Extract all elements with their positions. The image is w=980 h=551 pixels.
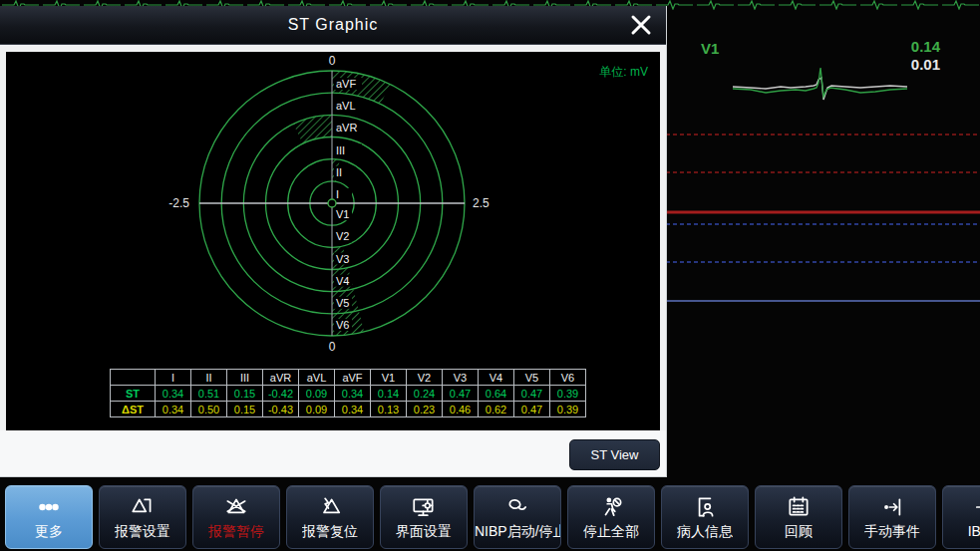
dialog-titlebar: ST Graphic (0, 6, 666, 45)
table-cell: 0.15 (227, 402, 263, 417)
table-cell: 0.47 (514, 402, 550, 417)
close-button[interactable] (624, 11, 658, 39)
toolbar-button-more[interactable]: 更多 (5, 485, 93, 549)
alarm-pause-icon (223, 491, 249, 523)
monitor-screen: V1 0.14 0.01 ST Graphic 单位: mV IIIIIIaVR… (0, 0, 980, 551)
table-cell: 0.34 (335, 386, 371, 402)
table-cell: 0.09 (299, 386, 335, 402)
table-header-cell: V4 (479, 370, 514, 386)
table-cell: 0.34 (156, 386, 191, 402)
st-polar-chart-panel: 单位: mV IIIIIIaVRaVLaVFV1V2V3V4V5V600-2.5… (6, 52, 660, 430)
toolbar-button-label: 报警设置 (115, 523, 170, 541)
table-cell: 0.47 (443, 386, 479, 402)
svg-text:-2.5: -2.5 (168, 196, 189, 210)
table-header-cell: III (227, 370, 263, 386)
dialog-footer: ST View (0, 430, 666, 476)
toolbar-button-label: NIBP启动/停止 (475, 523, 560, 541)
toolbar-button-label: 报警暂停 (208, 523, 264, 541)
toolbar-button-label: 界面设置 (396, 523, 452, 541)
table-header-cell: aVL (299, 370, 335, 386)
toolbar-button-patient-info[interactable]: 病人信息 (661, 485, 749, 549)
svg-text:V2: V2 (336, 230, 349, 242)
table-cell: 0.34 (156, 402, 191, 417)
table-cell: 0.47 (514, 386, 550, 402)
alarm-reset-icon (317, 491, 343, 523)
toolbar-button-review[interactable]: 回顾 (755, 485, 842, 549)
svg-text:II: II (336, 166, 342, 178)
row-label: ΔST (111, 402, 156, 417)
table-cell: 0.39 (550, 402, 586, 417)
table-cell: 0.15 (227, 386, 263, 402)
manual-event-icon (879, 491, 905, 523)
toolbar-button-label: 回顾 (785, 523, 813, 541)
table-cell: 0.64 (479, 386, 514, 402)
toolbar-button-nibp-start-stop[interactable]: NIBP启动/停止 (474, 485, 561, 549)
row-label: ST (111, 386, 156, 402)
toolbar-button-stop-all[interactable]: 停止全部 (567, 485, 655, 549)
review-icon (786, 491, 812, 523)
table-header-cell: aVR (263, 370, 299, 386)
toolbar-button-label: 报警复位 (302, 523, 358, 541)
table-header-row: IIIIIIaVRaVLaVFV1V2V3V4V5V6 (111, 370, 586, 386)
toolbar-button-ibp-zero[interactable]: IBP校 (942, 485, 980, 549)
table-cell: 0.39 (550, 386, 586, 402)
patient-info-icon (692, 491, 718, 523)
svg-text:III: III (336, 144, 345, 156)
svg-text:I: I (336, 188, 339, 200)
table-header-cell: V6 (550, 370, 586, 386)
display-settings-icon (411, 491, 437, 523)
svg-text:V4: V4 (336, 275, 349, 287)
table-cell: 0.46 (443, 402, 479, 417)
close-icon (630, 14, 652, 36)
svg-text:V1: V1 (336, 208, 349, 220)
toolbar-button-label: IBP校 (968, 523, 980, 541)
st-view-button[interactable]: ST View (569, 439, 660, 470)
toolbar-button-manual-event[interactable]: 手动事件 (848, 485, 936, 549)
dialog-title: ST Graphic (288, 16, 379, 34)
svg-text:V5: V5 (336, 297, 349, 309)
table-header-cell (111, 370, 156, 386)
table-cell: 0.23 (407, 402, 443, 417)
table-header-cell: V5 (514, 370, 550, 386)
svg-text:0: 0 (329, 54, 336, 68)
table-header-cell: V2 (407, 370, 443, 386)
lead-label-v1: V1 (701, 40, 719, 57)
stop-all-icon (598, 491, 624, 523)
svg-text:0: 0 (329, 340, 336, 354)
toolbar-button-alarm-reset[interactable]: 报警复位 (286, 485, 374, 549)
table-cell: 0.51 (191, 386, 227, 402)
toolbar-button-label: 停止全部 (583, 523, 639, 541)
st-value-reference: 0.01 (911, 56, 940, 73)
toolbar-button-screen-setup[interactable]: 界面设置 (380, 485, 468, 549)
table-header-cell: II (191, 370, 227, 386)
background-monitor-panel: V1 0.14 0.01 (666, 0, 980, 551)
toolbar-button-label: 更多 (35, 523, 63, 541)
svg-text:2.5: 2.5 (473, 196, 490, 210)
toolbar-button-label: 病人信息 (677, 523, 733, 541)
more-icon (36, 491, 62, 523)
toolbar-button-alarm-pause[interactable]: 报警暂停 (192, 485, 280, 549)
ibp-zero-icon (973, 491, 980, 523)
table-cell: -0.43 (263, 402, 299, 417)
table-cell: 0.34 (335, 402, 371, 417)
table-row: ΔST0.340.500.15-0.430.090.340.130.230.46… (111, 402, 586, 417)
svg-text:aVF: aVF (336, 78, 356, 90)
bottom-toolbar: 更多报警设置报警暂停报警复位界面设置NIBP启动/停止停止全部病人信息回顾手动事… (0, 485, 980, 549)
table-cell: 0.50 (191, 402, 227, 417)
svg-text:V6: V6 (336, 319, 349, 331)
table-header-cell: aVF (335, 370, 371, 386)
toolbar-button-alarm-setup[interactable]: 报警设置 (99, 485, 186, 549)
toolbar-button-label: 手动事件 (864, 523, 920, 541)
table-cell: 0.62 (479, 402, 514, 417)
nibp-icon (504, 491, 530, 523)
st-graphic-dialog: ST Graphic 单位: mV IIIIIIaVRaVLaVFV1V2V3V… (0, 6, 667, 477)
table-cell: -0.42 (263, 386, 299, 402)
table-cell: 0.13 (371, 402, 407, 417)
table-header-cell: I (156, 370, 191, 386)
table-header-cell: V3 (443, 370, 479, 386)
st-values-table: IIIIIIaVRaVLaVFV1V2V3V4V5V6ST0.340.510.1… (110, 369, 586, 417)
alarm-settings-icon (130, 491, 156, 523)
table-header-cell: V1 (371, 370, 407, 386)
st-value-current: 0.14 (911, 38, 940, 55)
table-cell: 0.09 (299, 402, 335, 417)
